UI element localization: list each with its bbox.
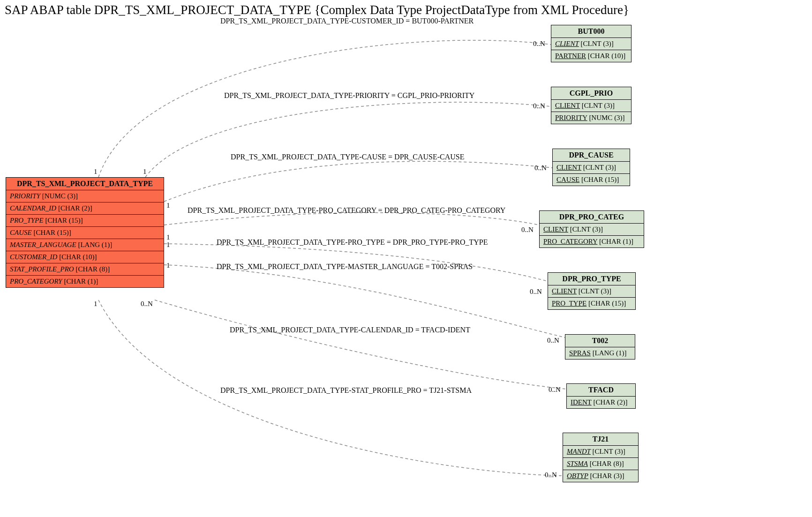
entity-main-field: PRIORITY [NUMC (3)] — [6, 190, 164, 202]
cardinality: 1 — [166, 262, 170, 270]
relation-label: DPR_TS_XML_PROJECT_DATA_TYPE-CAUSE = DPR… — [231, 153, 464, 161]
entity-field: STSMA [CHAR (8)] — [563, 458, 638, 470]
relation-label: DPR_TS_XML_PROJECT_DATA_TYPE-PRO_TYPE = … — [217, 238, 488, 247]
entity-header: TJ21 — [563, 433, 638, 446]
entity-header: DPR_CAUSE — [553, 149, 630, 162]
entity-field: CLIENT [CLNT (3)] — [540, 224, 644, 236]
entity-cgpl-prio: CGPL_PRIO CLIENT [CLNT (3)] PRIORITY [NU… — [551, 87, 632, 124]
entity-dpr-cause: DPR_CAUSE CLIENT [CLNT (3)] CAUSE [CHAR … — [552, 149, 630, 186]
entity-field: CLIENT [CLNT (3)] — [553, 162, 630, 174]
entity-main-field: PRO_CATEGORY [CHAR (1)] — [6, 276, 164, 287]
cardinality: 0..N — [533, 40, 545, 48]
cardinality: 1 — [94, 300, 98, 308]
entity-field: CAUSE [CHAR (15)] — [553, 174, 630, 186]
entity-field: SPRAS [LANG (1)] — [565, 347, 635, 359]
entity-field: CLIENT [CLNT (3)] — [548, 285, 635, 298]
cardinality: 0..N — [545, 471, 557, 479]
relation-label: DPR_TS_XML_PROJECT_DATA_TYPE-CUSTOMER_ID… — [220, 17, 474, 25]
cardinality: 0..N — [530, 288, 542, 296]
entity-dpr-pro-type: DPR_PRO_TYPE CLIENT [CLNT (3)] PRO_TYPE … — [548, 272, 636, 310]
entity-header: DPR_PRO_CATEG — [540, 211, 644, 224]
entity-field: CLIENT [CLNT (3)] — [551, 38, 631, 50]
entity-main-field: PRO_TYPE [CHAR (15)] — [6, 215, 164, 227]
cardinality: 0..N — [533, 102, 545, 110]
entity-header: T002 — [565, 335, 635, 347]
relation-label: DPR_TS_XML_PROJECT_DATA_TYPE-CALENDAR_ID… — [230, 326, 470, 334]
entity-field: PRIORITY [NUMC (3)] — [551, 112, 631, 124]
entity-header: TFACD — [567, 384, 635, 397]
entity-t002: T002 SPRAS [LANG (1)] — [565, 334, 635, 360]
entity-main-header: DPR_TS_XML_PROJECT_DATA_TYPE — [6, 178, 164, 190]
entity-main-field: CALENDAR_ID [CHAR (2)] — [6, 202, 164, 215]
cardinality: 1 — [166, 233, 170, 241]
entity-field: CLIENT [CLNT (3)] — [551, 100, 631, 112]
entity-field: PARTNER [CHAR (10)] — [551, 50, 631, 62]
entity-field: PRO_CATEGORY [CHAR (1)] — [540, 236, 644, 247]
relation-label: DPR_TS_XML_PROJECT_DATA_TYPE-MASTER_LANG… — [217, 262, 473, 271]
entity-tj21: TJ21 MANDT [CLNT (3)] STSMA [CHAR (8)] O… — [563, 433, 639, 482]
entity-header: BUT000 — [551, 25, 631, 38]
cardinality: 0..N — [141, 300, 153, 308]
relation-label: DPR_TS_XML_PROJECT_DATA_TYPE-PRIORITY = … — [224, 91, 474, 100]
entity-header: DPR_PRO_TYPE — [548, 273, 635, 285]
cardinality: 1 — [94, 168, 98, 176]
relation-label: DPR_TS_XML_PROJECT_DATA_TYPE-STAT_PROFIL… — [220, 386, 472, 395]
cardinality: 1 — [166, 202, 170, 210]
entity-main: DPR_TS_XML_PROJECT_DATA_TYPE PRIORITY [N… — [6, 177, 164, 288]
cardinality: 0..N — [534, 164, 547, 172]
entity-but000: BUT000 CLIENT [CLNT (3)] PARTNER [CHAR (… — [551, 25, 632, 62]
entity-main-field: CAUSE [CHAR (15)] — [6, 227, 164, 239]
entity-dpr-pro-categ: DPR_PRO_CATEG CLIENT [CLNT (3)] PRO_CATE… — [539, 210, 644, 248]
entity-field: OBTYP [CHAR (3)] — [563, 470, 638, 482]
entity-main-field: STAT_PROFILE_PRO [CHAR (8)] — [6, 263, 164, 276]
cardinality: 0..N — [549, 386, 561, 394]
cardinality: 0..N — [547, 337, 559, 345]
entity-main-field: CUSTOMER_ID [CHAR (10)] — [6, 251, 164, 263]
entity-field: IDENT [CHAR (2)] — [567, 397, 635, 408]
entity-header: CGPL_PRIO — [551, 87, 631, 100]
cardinality: 0..N — [521, 226, 534, 234]
relation-label: DPR_TS_XML_PROJECT_DATA_TYPE-PRO_CATEGOR… — [188, 206, 505, 215]
cardinality: 1 — [143, 168, 147, 176]
entity-main-field: MASTER_LANGUAGE [LANG (1)] — [6, 239, 164, 251]
entity-tfacd: TFACD IDENT [CHAR (2)] — [566, 383, 636, 409]
entity-field: PRO_TYPE [CHAR (15)] — [548, 298, 635, 309]
page-title: SAP ABAP table DPR_TS_XML_PROJECT_DATA_T… — [5, 3, 629, 17]
entity-field: MANDT [CLNT (3)] — [563, 446, 638, 458]
cardinality: 1 — [166, 241, 170, 249]
